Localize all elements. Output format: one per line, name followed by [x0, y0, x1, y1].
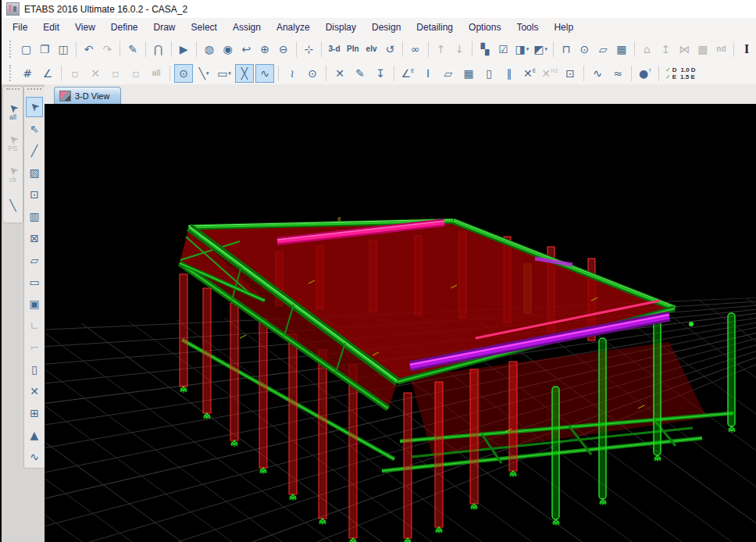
toolbar-grip[interactable] — [6, 88, 20, 94]
assign-spring-icon: ≀ — [290, 68, 294, 79]
model-3d-scene[interactable]: 6 — [45, 104, 756, 542]
check-model-button[interactable]: ●? — [636, 64, 654, 83]
assign-property-pencil-button[interactable]: ✎ — [351, 64, 369, 83]
dropdown-caret-icon: ▾ — [228, 70, 231, 77]
reshape-object-button[interactable]: ⇖ — [26, 119, 43, 139]
select-arrow-button[interactable]: ➤ — [26, 97, 43, 117]
snap-line-ends-button[interactable]: ╲▾ — [194, 64, 213, 83]
window-title: ETABS 2016 Ultimate 16.0.2 - CASA_2 — [24, 4, 187, 15]
pushover-curve-button[interactable]: ∿ — [588, 64, 607, 83]
menu-view[interactable]: View — [67, 20, 103, 35]
open-model-button[interactable]: ❐ — [36, 40, 53, 59]
quick-draw-braces-button[interactable]: ⊠ — [26, 228, 43, 248]
edit-story-grid-button[interactable]: ⊞ — [26, 403, 43, 423]
object-view-cube-button[interactable]: ◨▾ — [513, 40, 530, 59]
snap-area-edges-button[interactable]: ▭▾ — [215, 64, 234, 83]
quick-draw-secondary-beams-button[interactable]: ▥ — [26, 206, 43, 226]
select-all-pointer-button[interactable]: ➤all — [5, 97, 22, 127]
wall-section-button[interactable]: ▯ — [480, 64, 498, 83]
assign-frame-load-button[interactable]: ↧ — [371, 64, 390, 83]
edit-story-grid-icon: ⊞ — [30, 408, 39, 419]
mesh-wall-icon: ▦ — [616, 44, 626, 55]
new-model-button[interactable]: ▢ — [18, 40, 35, 59]
quick-draw-frame-button[interactable]: ▨ — [26, 162, 43, 183]
toolbar-separator — [472, 41, 472, 57]
zoom-out-one-step-button[interactable]: ⊖ — [275, 40, 292, 59]
snap-points-button[interactable]: ⊙ — [174, 64, 193, 83]
text-tool-button[interactable]: I — [738, 40, 755, 59]
show-grid-zoom-button[interactable]: # — [18, 64, 37, 83]
view-plan-button[interactable]: Pln — [344, 40, 362, 59]
tab-3d-view[interactable]: 3-D View — [54, 87, 121, 104]
spire-view-button[interactable]: ▲ — [26, 425, 43, 445]
menu-detailing[interactable]: Detailing — [408, 20, 461, 35]
snap-joint-button[interactable]: ⊙ — [576, 40, 594, 59]
toolbar-grip[interactable] — [27, 88, 41, 94]
local-axes-icon: ∠E — [401, 68, 415, 79]
menu-file[interactable]: File — [5, 20, 35, 35]
mesh-wall-button[interactable]: ▦ — [613, 40, 630, 59]
quick-draw-floor-button[interactable]: ▣ — [26, 294, 43, 314]
slow-draw-pencil-button[interactable]: ✎ — [124, 40, 141, 59]
show-axes-zoom-button[interactable]: ∠ — [38, 64, 57, 83]
k-factor-e-button[interactable]: ✕E — [520, 64, 539, 83]
menu-help[interactable]: Help — [546, 20, 581, 35]
draw-wall-stack-button[interactable]: ▯ — [26, 359, 43, 380]
snap-lines-button[interactable]: ∿ — [255, 64, 274, 83]
view-elevation-button[interactable]: elv — [363, 40, 380, 59]
time-history-button[interactable]: ≈ — [608, 64, 627, 83]
joint-dot — [689, 322, 694, 326]
undo-button[interactable]: ↶ — [80, 40, 98, 59]
lock-model-button[interactable]: ⋂ — [150, 40, 167, 59]
menu-analyze[interactable]: Analyze — [269, 20, 318, 35]
deck-section-button[interactable]: ▦ — [459, 64, 478, 83]
zoom-in-one-step-button[interactable]: ⊕ — [256, 40, 273, 59]
view-3d-button[interactable]: 3-d — [326, 40, 343, 59]
snap-intersections-button[interactable]: ╳ — [235, 64, 254, 83]
view-glasses-button[interactable]: ∞ — [407, 40, 424, 59]
draw-link-button[interactable]: ✕ — [26, 381, 43, 401]
assign-frame-load-icon: ↧ — [376, 68, 385, 79]
model-3d-viewport[interactable]: 6 — [45, 104, 756, 542]
shrink-objects-button[interactable]: ◩▾ — [532, 40, 549, 59]
menu-edit[interactable]: Edit — [35, 20, 67, 35]
assign-spring-button[interactable]: ≀ — [283, 64, 301, 83]
shrink-toggle-button[interactable]: ▚ — [476, 40, 494, 59]
draw-frame-button[interactable]: ⊓ — [558, 40, 575, 59]
mesh-slab-icon: ▱ — [599, 44, 608, 55]
menu-tools[interactable]: Tools — [508, 20, 546, 35]
menu-define[interactable]: Define — [103, 20, 146, 35]
menu-select[interactable]: Select — [184, 20, 225, 35]
menu-display[interactable]: Display — [318, 20, 364, 35]
panel-zone-button[interactable]: ⊡ — [561, 64, 579, 83]
menu-options[interactable]: Options — [461, 20, 508, 35]
set-display-options-button[interactable]: ☑ — [495, 40, 512, 59]
menu-design[interactable]: Design — [364, 20, 408, 35]
restore-full-view-button[interactable]: ◉ — [219, 40, 237, 59]
line-select-pointer-button[interactable]: ╲ — [5, 191, 22, 220]
draw-floor-area-button[interactable]: ▱ — [26, 250, 43, 270]
assign-frame-release-button[interactable]: ✕ — [330, 64, 349, 83]
draw-rect-floor-button[interactable]: ▭ — [26, 272, 43, 292]
previous-zoom-button[interactable]: ↩ — [237, 40, 255, 59]
assign-joint-load-button[interactable]: ⊙ — [303, 64, 322, 83]
show-grid-zoom-icon: # — [23, 68, 32, 79]
pan-hand-button[interactable]: ⊹ — [301, 40, 318, 59]
local-axes-button[interactable]: ∠E — [398, 64, 417, 83]
save-model-button[interactable]: ◫ — [55, 40, 72, 59]
brace-section-button[interactable]: ∥ — [500, 64, 519, 83]
dcr-factors[interactable]: ✓D1.0 D✓E1.5 E — [665, 66, 696, 80]
run-analysis-button[interactable]: ▶ — [175, 40, 192, 59]
draw-curved-frame-button[interactable]: ∿ — [26, 447, 43, 467]
rubber-band-zoom-button[interactable]: ◍ — [201, 40, 218, 59]
steel-frame-section-button[interactable]: Ⅰ — [419, 64, 437, 83]
rubber-band-zoom-icon: ◍ — [205, 44, 214, 55]
quick-draw-beam-button[interactable]: ⊡ — [26, 184, 43, 205]
menu-assign[interactable]: Assign — [225, 20, 269, 35]
draw-frame-line-button[interactable]: ╱ — [26, 141, 43, 161]
rotate-3d-view-button[interactable]: ↺ — [381, 40, 398, 59]
mesh-slab-button[interactable]: ▱ — [594, 40, 612, 59]
clear-pointer-icon: ➤ — [5, 164, 20, 178]
menu-draw[interactable]: Draw — [146, 20, 184, 35]
slab-section-button[interactable]: ▱ — [439, 64, 458, 83]
